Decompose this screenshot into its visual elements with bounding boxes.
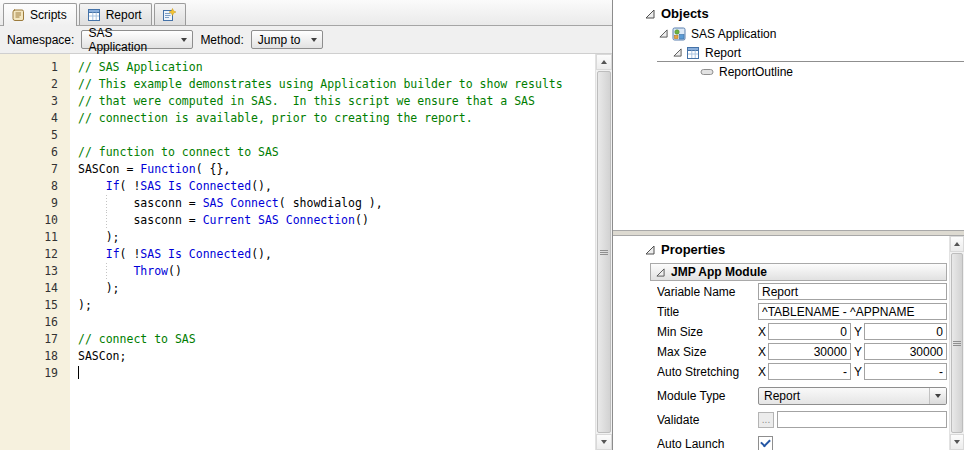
property-label: Validate [657, 413, 758, 427]
script-editor-pane: ScriptsReport Namespace: SAS Application… [0, 0, 612, 450]
line-number: 4 [0, 110, 58, 127]
disclosure-icon[interactable] [645, 245, 655, 255]
property-input-validate[interactable] [777, 411, 947, 428]
code-segment: // SAS Application [78, 60, 203, 74]
property-label: Variable Name [657, 285, 758, 299]
arrow-down-icon [954, 440, 960, 444]
code-segment: sasconn = [78, 196, 203, 210]
code-segment: ); [78, 230, 120, 244]
property-field: Report [758, 387, 947, 405]
scrollbar-thumb[interactable] [597, 71, 611, 433]
grip-icon [953, 343, 961, 344]
jmp-application-builder-window: ScriptsReport Namespace: SAS Application… [0, 0, 964, 450]
code-segment: // connect to SAS [78, 332, 196, 346]
property-input-title[interactable] [758, 303, 947, 320]
method-dropdown-value: Jump to [258, 33, 301, 47]
scroll-down-button[interactable] [596, 434, 612, 450]
code-segment [78, 179, 106, 193]
property-input-auto-stretching-x[interactable] [768, 363, 851, 380]
code-text-area[interactable]: // SAS Application// This example demons… [70, 54, 595, 450]
script-toolbar: Namespace: SAS Application Method: Jump … [0, 26, 612, 54]
code-segment [78, 264, 133, 278]
outline-icon [700, 65, 715, 79]
scrollbar-track[interactable] [596, 70, 612, 434]
property-field: XY [758, 323, 947, 340]
disclosure-icon[interactable] [659, 29, 672, 38]
new-script-icon [162, 8, 176, 22]
line-number: 14 [0, 280, 58, 297]
check-icon [760, 437, 771, 448]
code-line [78, 314, 595, 331]
line-number: 1 [0, 59, 58, 76]
property-field: XY [758, 363, 947, 380]
property-label: Module Type [657, 389, 758, 403]
code-segment: SASCon; [78, 349, 126, 363]
property-dropdown-module-type[interactable]: Report [758, 387, 947, 405]
scroll-up-button[interactable] [950, 236, 964, 252]
disclosure-icon[interactable] [656, 268, 665, 277]
property-input-max-size-y[interactable] [864, 343, 947, 360]
property-row-auto-stretching: Auto StretchingXY [650, 362, 947, 381]
scrollbar-thumb[interactable] [951, 253, 963, 433]
module-group-header[interactable]: JMP App Module [650, 263, 947, 281]
scroll-up-button[interactable] [596, 54, 612, 70]
property-input-min-size-x[interactable] [768, 323, 851, 340]
code-segment: // function to connect to SAS [78, 145, 279, 159]
line-number: 16 [0, 314, 58, 331]
axis-label-y: Y [854, 345, 864, 359]
scroll-down-button[interactable] [950, 434, 964, 450]
property-row-auto-launch: Auto Launch [650, 434, 947, 450]
line-number: 6 [0, 144, 58, 161]
properties-panel-header: Properties [645, 236, 947, 260]
property-input-auto-stretching-y[interactable] [864, 363, 947, 380]
code-line: sasconn = SAS Connect( showdialog ), [78, 195, 595, 212]
property-label: Title [657, 305, 758, 319]
tab-label: Scripts [30, 8, 67, 22]
properties-vertical-scrollbar[interactable] [949, 236, 964, 450]
line-number: 12 [0, 246, 58, 263]
property-field [758, 303, 947, 320]
chevron-down-icon [181, 38, 187, 42]
tab-scripts[interactable]: Scripts [3, 3, 77, 26]
report-icon [87, 8, 101, 22]
code-line: ); [78, 280, 595, 297]
code-segment: If [106, 247, 120, 261]
property-field: XY [758, 343, 947, 360]
objects-tree: SAS ApplicationReportReportOutline [613, 24, 964, 81]
property-field [758, 283, 947, 300]
chevron-down-icon [311, 38, 317, 42]
tree-item-report[interactable]: Report [613, 43, 964, 62]
disclosure-icon[interactable] [645, 9, 655, 19]
namespace-dropdown[interactable]: SAS Application [81, 30, 193, 49]
auto-launch-checkbox[interactable] [758, 436, 773, 450]
line-number: 19 [0, 365, 58, 382]
tab-new-script[interactable] [154, 3, 186, 25]
line-number: 9 [0, 195, 58, 212]
code-segment: SAS Connect [203, 196, 279, 210]
dropdown-value: Report [764, 389, 800, 403]
tree-item-reportoutline[interactable]: ReportOutline [613, 62, 964, 81]
code-line [78, 365, 595, 382]
disclosure-icon[interactable] [673, 48, 686, 57]
property-input-min-size-y[interactable] [864, 323, 947, 340]
axis-label-y: Y [854, 365, 864, 379]
property-label: Auto Stretching [657, 365, 758, 379]
line-number: 15 [0, 297, 58, 314]
inspector-pane: Objects SAS ApplicationReportReportOutli… [612, 0, 964, 450]
code-line: SASCon = Function( {}, [78, 161, 595, 178]
method-dropdown[interactable]: Jump to [251, 30, 323, 49]
scrollbar-track[interactable] [950, 252, 964, 434]
code-segment: (), [251, 247, 272, 261]
property-input-max-size-x[interactable] [768, 343, 851, 360]
editor-tab-bar: ScriptsReport [0, 0, 612, 26]
property-row-validate: Validate... [650, 410, 947, 429]
code-segment: // This example demonstrates using Appli… [78, 77, 563, 91]
validate-ellipsis-button[interactable]: ... [758, 412, 774, 428]
editor-vertical-scrollbar[interactable] [595, 54, 612, 450]
axis-label-x: X [758, 365, 768, 379]
tree-item-sas-application[interactable]: SAS Application [613, 24, 964, 43]
tab-report[interactable]: Report [79, 3, 152, 25]
tree-item-label: SAS Application [691, 27, 776, 41]
property-input-variable-name[interactable] [758, 283, 947, 300]
property-row-module-type: Module TypeReport [650, 386, 947, 405]
